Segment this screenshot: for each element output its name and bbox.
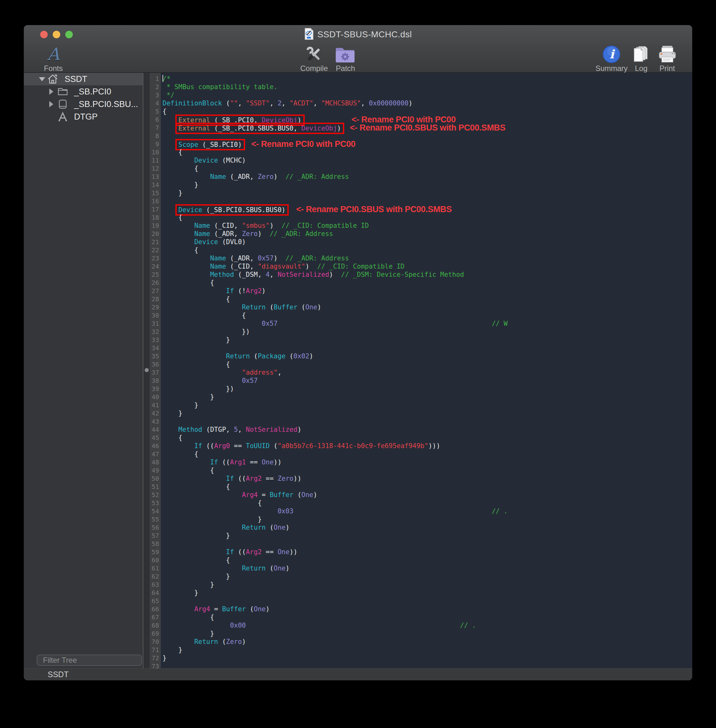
line-number: 22 <box>150 246 159 254</box>
maciasl-window: SSDT-SBUS-MCHC.dsl A Fonts <box>24 25 692 680</box>
line-number: 7 <box>150 124 159 132</box>
code-line: 38 0x57 <box>150 376 692 385</box>
sidebar-item-dtgp[interactable]: DTGP <box>24 111 143 123</box>
code-line: 53 { <box>150 499 692 507</box>
code-line: 14 } <box>150 181 692 189</box>
print-button[interactable]: Print <box>654 44 681 73</box>
line-number: 33 <box>150 336 159 344</box>
sidebar-item-ssdt[interactable]: SSDT <box>24 73 143 85</box>
line-number: 73 <box>150 662 159 668</box>
device-icon <box>57 99 68 110</box>
line-number: 2 <box>150 83 159 91</box>
code-line: 64 } <box>150 588 692 597</box>
code-line: 13 Name (_ADR, Zero) // _ADR: Address <box>150 173 692 181</box>
compile-button[interactable]: Compile <box>294 44 334 73</box>
line-number: 41 <box>150 401 159 409</box>
line-number: 4 <box>150 99 159 107</box>
print-label: Print <box>660 64 675 73</box>
log-label: Log <box>635 64 647 73</box>
line-number: 13 <box>150 173 159 181</box>
code-line: 27 If (!Arg2) <box>150 287 692 295</box>
summary-label: Summary <box>596 64 628 73</box>
splitter-handle-icon[interactable] <box>145 368 149 372</box>
code-line: 44 Method (DTGP, 5, NotSerialized) <box>150 426 692 434</box>
line-number: 38 <box>150 376 159 385</box>
line-number: 71 <box>150 646 159 654</box>
sidebar-item-sb-pci0-sbus[interactable]: _SB.PCI0.SBU... <box>24 98 143 111</box>
code-line: 71 } <box>150 646 692 654</box>
patch-label: Patch <box>336 64 355 73</box>
line-number: 51 <box>150 482 159 491</box>
filter-tree-field[interactable] <box>37 655 142 666</box>
line-number: 37 <box>150 369 159 376</box>
folder-icon <box>57 86 68 97</box>
fonts-button[interactable]: A Fonts <box>35 44 72 73</box>
code-line: 34 <box>150 344 692 352</box>
code-line: 29 Return (Buffer (One) <box>150 303 692 311</box>
code-line: 17 Device (_SB.PCI0.SBUS.BUS0)<- Rename … <box>150 205 692 213</box>
code-line: 67 { <box>150 613 692 621</box>
line-number: 58 <box>150 540 159 548</box>
line-number: 53 <box>150 499 159 507</box>
line-number: 16 <box>150 197 159 205</box>
line-number: 21 <box>150 238 159 246</box>
code-line: 4DefinitionBlock ("", "SSDT", 2, "ACDT",… <box>150 99 692 107</box>
code-line: 52 Arg4 = Buffer (One) <box>150 491 692 499</box>
line-number: 63 <box>150 581 159 588</box>
code-line: 70 Return (Zero) <box>150 638 692 646</box>
code-line: 12 { <box>150 164 692 173</box>
line-number: 48 <box>150 458 159 466</box>
code-line: 54 0x03 // . <box>150 507 692 515</box>
code-line: 21 Device (DVL0) <box>150 238 692 246</box>
pane-splitter[interactable] <box>143 73 150 668</box>
line-number: 27 <box>150 287 159 295</box>
code-line: 9 Scope (_SB.PCI0)<- Rename PCI0 with PC… <box>150 140 692 148</box>
line-number: 43 <box>150 417 159 426</box>
rename-annotation: <- Rename PCI0.SBUS with PC00.SMBS <box>350 123 505 132</box>
summary-button[interactable]: i Summary <box>591 44 632 73</box>
code-line: 25 Method (_DSM, 4, NotSerialized) // _D… <box>150 270 692 279</box>
line-number: 72 <box>150 654 159 662</box>
code-line: 40 } <box>150 393 692 401</box>
code-line: 57 } <box>150 532 692 540</box>
line-number: 60 <box>150 556 159 564</box>
log-button[interactable]: Log <box>628 44 654 73</box>
disclosure-expanded-icon[interactable] <box>39 77 45 81</box>
sidebar-item-sb-pci0[interactable]: _SB.PCI0 <box>24 85 143 98</box>
line-number: 47 <box>150 450 159 458</box>
disclosure-collapsed-icon[interactable] <box>49 88 53 95</box>
home-icon <box>47 73 58 85</box>
line-number: 1 <box>150 75 159 83</box>
code-line: 68 0x00 // . <box>150 621 692 629</box>
line-number: 32 <box>150 328 159 336</box>
code-line: 35 Return (Package (0x02) <box>150 352 692 360</box>
rename-highlight-box: External (_SB_.PCI0.SBUS.BUS0, DeviceObj… <box>175 123 344 134</box>
line-number: 42 <box>150 409 159 417</box>
status-bar: SSDT <box>24 668 692 680</box>
code-line: 46 If ((Arg0 == ToUUID ("a0b5b7c6-1318-4… <box>150 442 692 450</box>
code-line: 37 "address", <box>150 369 692 376</box>
line-number: 70 <box>150 638 159 646</box>
rename-highlight-box: Scope (_SB.PCI0) <box>175 139 245 150</box>
line-number: 28 <box>150 295 159 303</box>
line-number: 46 <box>150 442 159 450</box>
code-line: 22 { <box>150 246 692 254</box>
line-number: 54 <box>150 507 159 515</box>
line-number: 55 <box>150 515 159 523</box>
code-editor[interactable]: 1/*2 * SMBus compatibility table.3 */4De… <box>150 73 692 668</box>
line-number: 67 <box>150 613 159 621</box>
line-number: 66 <box>150 605 159 613</box>
patch-button[interactable]: Patch <box>330 44 361 73</box>
code-line: 15 } <box>150 189 692 197</box>
line-number: 61 <box>150 564 159 572</box>
line-number: 8 <box>150 132 159 140</box>
code-line: 62 } <box>150 572 692 581</box>
code-line: 56 Return (One) <box>150 523 692 532</box>
disclosure-collapsed-icon[interactable] <box>49 101 53 107</box>
line-number: 14 <box>150 181 159 189</box>
code-lines: 1/*2 * SMBus compatibility table.3 */4De… <box>150 75 692 668</box>
line-number: 6 <box>150 115 159 124</box>
filter-tree-input[interactable] <box>43 656 140 664</box>
titlebar: SSDT-SBUS-MCHC.dsl <box>24 25 692 44</box>
code-line: 72} <box>150 654 692 662</box>
